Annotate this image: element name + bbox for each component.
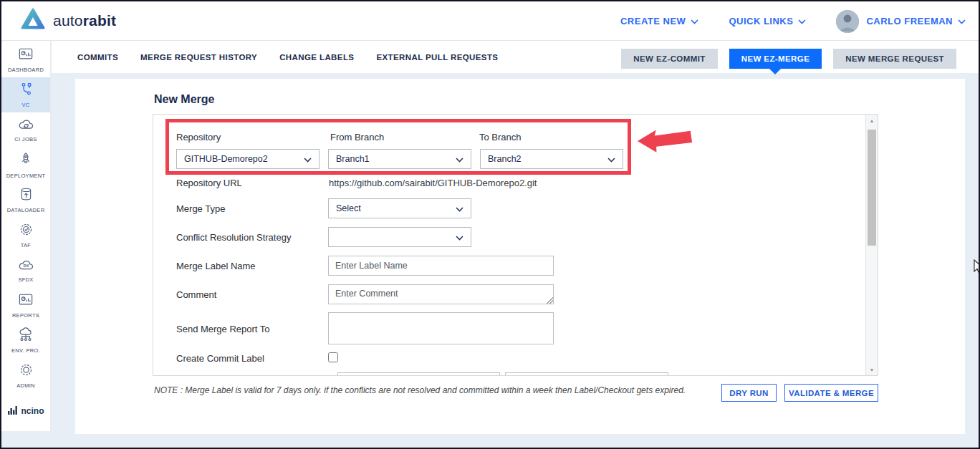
left-sidebar: DASHBOARD VC CI JOBS [1,41,51,431]
sidebar-item-taf[interactable]: TAF [1,218,50,253]
sidebar-item-dataloader[interactable]: DATALOADER [1,183,50,218]
sidebar-item-deployment[interactable]: DEPLOYMENT [1,148,50,183]
create-commit-label-checkbox[interactable] [328,352,338,362]
user-avatar [836,10,859,33]
top-header: autorabit CREATE NEW QUICK LINKS [1,1,979,41]
sidebar-item-admin[interactable]: ADMIN [1,358,50,393]
scrollbar-thumb[interactable] [868,130,876,246]
tab-commits[interactable]: COMMITS [77,53,118,62]
chevron-down-icon [691,16,698,26]
scrollbar-up-arrow[interactable]: ▲ [866,115,878,126]
new-ez-merge-button[interactable]: NEW EZ-MERGE [729,49,822,69]
chevron-down-icon [798,16,806,26]
user-account-menu[interactable]: CARLO FREEMAN [836,10,966,33]
sidebar-item-ci-jobs[interactable]: CI JOBS [1,112,50,148]
chevron-down-icon [456,231,463,243]
scrollbar-down-arrow[interactable]: ▼ [866,364,878,375]
gear-check-icon [19,222,34,240]
textarea-resize-handle[interactable] [547,297,553,304]
svg-text:DX: DX [23,264,29,268]
conflict-resolution-strategy-label: Conflict Resolution Strategy [176,232,291,243]
vc-tabbar: COMMITS MERGE REQUEST HISTORY CHANGE LAB… [52,41,980,73]
create-commit-label-label: Create Commit Label [176,353,264,364]
sidebar-item-reports[interactable]: REPORTS [1,288,50,323]
mouse-cursor [974,259,980,278]
send-merge-report-to-label: Send Merge Report To [176,324,270,334]
tab-merge-request-history[interactable]: MERGE REQUEST HISTORY [140,53,257,62]
merge-type-select[interactable]: Select [328,198,471,218]
dry-run-button[interactable]: DRY RUN [721,384,777,402]
new-ez-commit-button[interactable]: NEW EZ-COMMIT [621,49,717,69]
chevron-down-icon [456,202,463,215]
red-arrow-annotation [636,124,693,163]
cloud-network-icon [18,327,34,345]
partial-input-right[interactable] [505,372,668,376]
from-branch-label: From Branch [330,132,384,143]
new-merge-request-button[interactable]: NEW MERGE REQUEST [833,49,956,69]
conflict-resolution-strategy-select[interactable] [328,227,471,247]
merge-label-name-label: Merge Label Name [176,261,256,271]
new-merge-form-panel: Repository From Branch To Branch GITHUB-… [153,114,878,376]
page-title: New Merge [154,93,214,106]
dashboard-icon [18,47,34,64]
brand-name: autorabit [53,12,116,29]
sidebar-item-sfdx[interactable]: DX SFDX [1,253,50,288]
new-merge-card: New Merge Repository From Branch To Bran… [75,79,965,434]
from-branch-select[interactable]: Branch1 [328,149,471,169]
chevron-down-icon [958,16,966,26]
reports-icon [18,293,34,310]
chevron-down-icon [304,153,312,165]
sidebar-item-env-pro[interactable]: ENV. PRO. [1,323,50,358]
version-control-branch-icon [19,82,34,100]
to-branch-select[interactable]: Branch2 [480,149,623,169]
merge-type-label: Merge Type [176,203,225,214]
create-new-menu[interactable]: CREATE NEW [620,16,698,26]
sidebar-item-dashboard[interactable]: DASHBOARD [1,42,50,77]
cloud-dx-icon: DX [18,259,34,274]
chevron-down-icon [607,153,615,165]
quick-links-menu[interactable]: QUICK LINKS [729,16,806,26]
merge-label-name-input[interactable] [328,256,554,276]
partial-input-left[interactable] [337,372,500,376]
autorabit-triangle-logo-icon [20,6,46,35]
tab-change-labels[interactable]: CHANGE LABELS [279,53,354,62]
validate-and-merge-button[interactable]: VALIDATE & MERGE [784,384,878,402]
repository-select[interactable]: GITHUB-Demorepo2 [176,149,320,169]
autorabit-logo: autorabit [1,6,116,35]
ci-cloud-sync-icon [18,117,34,134]
ncino-bars-icon [8,405,19,417]
send-merge-report-to-textarea[interactable] [328,312,554,344]
repository-url-label: Repository URL [176,178,242,188]
comment-label: Comment [176,289,216,300]
tab-external-pull-requests[interactable]: EXTERNAL PULL REQUESTS [376,53,498,62]
comment-textarea[interactable] [328,284,554,304]
main-content: New Merge Repository From Branch To Bran… [52,73,980,449]
gear-icon [19,362,34,380]
merge-label-note: NOTE : Merge Label is valid for 7 days o… [154,385,727,395]
app-window: autorabit CREATE NEW QUICK LINKS [0,0,980,449]
ncino-logo: ncino [1,405,50,417]
repository-url-value: https://github.com/sairabit/GITHUB-Demor… [329,178,537,188]
rocket-icon [19,152,33,170]
form-scrollbar[interactable]: ▲ ▼ [865,115,878,375]
sidebar-item-vc[interactable]: VC [1,77,50,112]
database-upload-icon [19,187,34,205]
repository-label: Repository [176,132,221,143]
to-branch-label: To Branch [479,132,522,143]
chevron-down-icon [456,153,463,165]
